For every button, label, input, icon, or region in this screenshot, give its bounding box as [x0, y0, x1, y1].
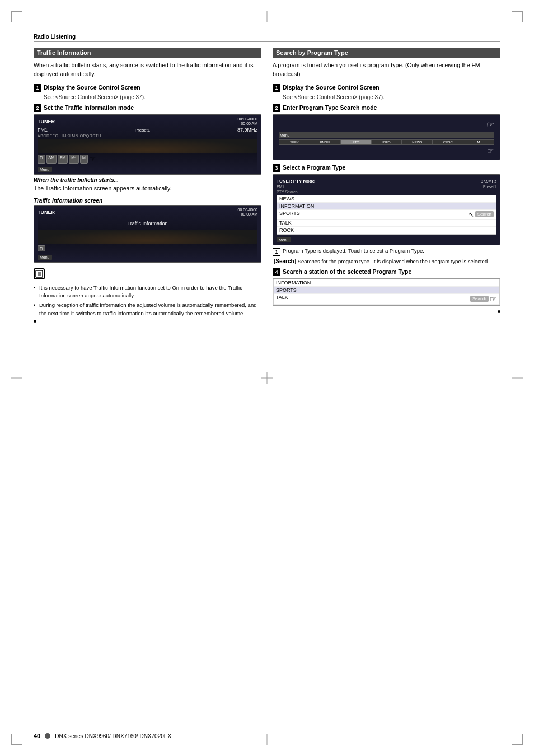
step1-text: Display the Source Control Screen [44, 83, 140, 92]
note-icon [34, 268, 45, 279]
mode-btn-crsc[interactable]: CRSC [433, 140, 463, 144]
traffic-time1: 00:00-0000 [238, 208, 257, 212]
tuner-btn-m[interactable]: M [80, 155, 88, 164]
pty-freq: 87.9MHz [481, 179, 496, 183]
mode-btn-pty[interactable]: PTY [341, 140, 371, 144]
when-text: The Traffic Information screen appears a… [34, 184, 261, 193]
step4-search-btn[interactable]: Search [470, 296, 489, 302]
menu-label[interactable]: Menu [280, 133, 290, 137]
tuner-menu[interactable]: Menu [38, 167, 52, 172]
tuner-preset: Preset1 [135, 128, 151, 133]
right-column: Search by Program Type A program is tune… [273, 48, 500, 325]
pty-preset: Preset1 [483, 185, 496, 189]
crosshair-right-v [517, 372, 517, 384]
pty-freq-block: 87.9MHz [481, 177, 496, 184]
mode-btn-rnge[interactable]: RNG/E [310, 140, 340, 144]
crosshair-top-v [267, 11, 268, 22]
search-step3-text: Select a Program Type [283, 164, 345, 172]
page-footer: 40 DNX series DNX9960/ DNX7160/ DNX7020E… [34, 732, 500, 739]
search-step4: 4 Search a station of the selected Progr… [273, 268, 500, 276]
pty-item-sports[interactable]: SPORTS ↖ Search [277, 210, 496, 220]
step4-actions: Search ☞ [470, 295, 497, 304]
tuner-btn-ti[interactable]: Ti [38, 155, 45, 164]
pty-brand-block: TUNER PTY Mode [277, 177, 315, 184]
mode-btn-m[interactable]: M [463, 140, 494, 144]
pty-item-rock[interactable]: ROCK [277, 227, 496, 234]
traffic-note-2: During reception of traffic information … [34, 301, 261, 318]
tuner-btn-fm[interactable]: FM [58, 155, 68, 164]
tuner-btn-am[interactable]: AM [46, 155, 57, 164]
traffic-screen-label: Traffic Information screen [34, 198, 261, 204]
search-step2-text: Enter Program Type Search mode [283, 104, 377, 112]
pty-note1-num: 1 [273, 248, 280, 256]
search-step1-sub: See <Source Control Screen> (page 37). [283, 94, 500, 100]
search-step4-num: 4 [273, 268, 280, 276]
pty-item-information[interactable]: INFORMATION [277, 203, 496, 210]
pty-item-news[interactable]: NEWS [277, 195, 496, 203]
pty-screen-header: TUNER PTY Mode 87.9MHz [277, 177, 496, 184]
left-column: Traffic Information When a traffic bulle… [34, 48, 261, 325]
pty-sports-actions: ↖ Search [469, 211, 494, 218]
mode-buttons-bar: SEEK RNG/E PTY INFO NEWS CRSC M [279, 139, 494, 145]
search-section-title: Search by Program Type [273, 48, 500, 58]
step1-sub: See <Source Control Screen> (page 37). [44, 94, 261, 100]
step4-screen: INFORMATION SPORTS TALK Search ☞ [273, 278, 500, 306]
pty-menu[interactable]: Menu [277, 237, 291, 242]
traffic-time2: 00:00 AM [238, 212, 257, 217]
step4-information[interactable]: INFORMATION [274, 279, 499, 287]
tuner-screen-traffic: TUNER 00:00-0000 00:00 AM Traffic Inform… [34, 205, 261, 263]
search-step1-text: Display the Source Control Screen [283, 83, 380, 92]
traffic-intro: When a traffic bulletin starts, any sour… [34, 61, 261, 79]
search-step3-num: 3 [273, 164, 280, 172]
step4-talk[interactable]: TALK Search ☞ [274, 294, 499, 305]
traffic-bg-area [38, 230, 257, 244]
tuner-menu-bar: Menu [38, 165, 257, 172]
mode-btn-seek[interactable]: SEEK [279, 140, 310, 144]
search-step1: 1 Display the Source Control Screen [273, 83, 500, 92]
tuner-time-block: 00:00-0000 00:00 AM [238, 117, 257, 127]
tuner-buttons: Ti AM FM M4 M ☞ [38, 155, 257, 164]
pty-search-btn[interactable]: Search [475, 211, 494, 217]
pty-search-note-text: Searches for the program type. It is dis… [298, 258, 489, 264]
tuner-btn-m4[interactable]: M4 [69, 155, 79, 164]
tuner-screen-inner: TUNER 00:00-0000 00:00 AM FM1 Preset1 87… [38, 117, 257, 172]
step2-text: Set the Traffic information mode [44, 104, 134, 112]
when-label: When the traffic bulletin starts... [34, 177, 261, 183]
crosshair-left-v [17, 372, 17, 384]
step1-num: 1 [34, 84, 41, 92]
tuner-freq-row: FM1 Preset1 87.9MHz [38, 127, 257, 133]
step4-list: INFORMATION SPORTS TALK Search ☞ [273, 279, 500, 305]
search-mode-inner: ☞ Menu SEEK RNG/E PTY INFO NEWS CRSC M [277, 117, 496, 157]
traffic-time-block: 00:00-0000 00:00 AM [238, 208, 257, 217]
pty-fm: FM1 [277, 185, 284, 189]
traffic-notes: It is necessary to have Traffic Informat… [34, 284, 261, 318]
search-step3: 3 Select a Program Type [273, 164, 500, 172]
pty-fm-preset-row: FM1 Preset1 [277, 185, 496, 189]
mode-btn-news[interactable]: NEWS [402, 140, 432, 144]
search-step4-text: Search a station of the selected Program… [283, 268, 411, 276]
pty-note1-text: Program Type is displayed. Touch to sele… [283, 248, 424, 254]
step4-sports[interactable]: SPORTS [274, 287, 499, 294]
pty-note1-row: 1 Program Type is displayed. Touch to se… [273, 248, 500, 256]
footer-page-num: 40 [34, 732, 40, 739]
traffic-info-text: Traffic Information [38, 218, 257, 228]
pty-list: NEWS INFORMATION SPORTS ↖ Search TALK [277, 195, 496, 235]
section-header-text: Radio Listening [34, 34, 76, 40]
pty-menu-bar: Menu [277, 236, 496, 242]
pty-item-talk[interactable]: TALK [277, 220, 496, 227]
crosshair-right-h [512, 378, 523, 379]
pty-note-search: [Search] Searches for the program type. … [274, 258, 500, 264]
mode-btn-info[interactable]: INFO [372, 140, 402, 144]
traffic-screen-inner: TUNER 00:00-0000 00:00 AM Traffic Inform… [38, 208, 257, 260]
traffic-btn-ti[interactable]: Ti [38, 245, 45, 251]
search-mode-screen: ☞ Menu SEEK RNG/E PTY INFO NEWS CRSC M [273, 114, 500, 160]
section-header: Radio Listening [34, 34, 500, 42]
tuner-time2: 00:00 AM [238, 122, 257, 126]
page-content: Radio Listening Traffic Information When… [34, 34, 500, 722]
search-mode-bar: Menu [279, 132, 494, 138]
tuner-time1: 00:00-0000 [238, 117, 257, 122]
tuner-brand: TUNER [38, 119, 55, 124]
corner-mark-tl [11, 11, 22, 22]
traffic-top-bar: TUNER 00:00-0000 00:00 AM [38, 208, 257, 217]
traffic-menu[interactable]: Menu [38, 255, 52, 260]
